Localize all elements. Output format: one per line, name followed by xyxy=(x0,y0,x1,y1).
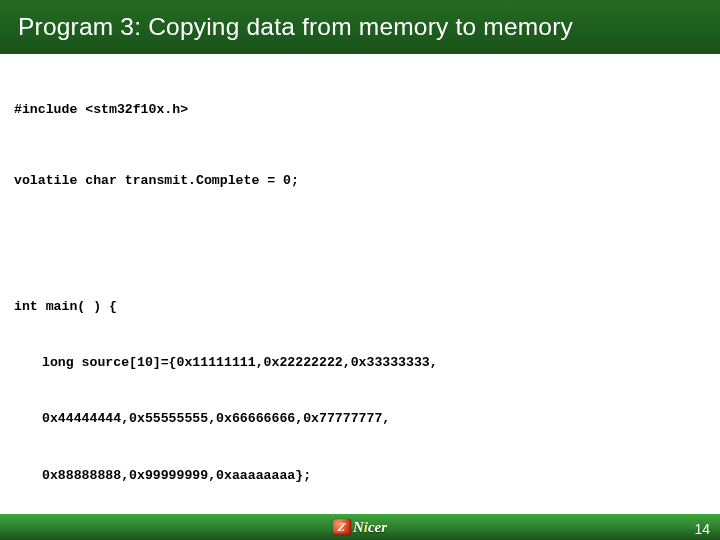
source-init-3: 0x88888888,0x99999999,0xaaaaaaaa}; xyxy=(14,467,706,486)
page-number: 14 xyxy=(694,521,710,537)
logo: Z Nicer xyxy=(333,519,387,536)
main-decl-block: int main( ) { long source[10]={0x1111111… xyxy=(14,261,706,540)
source-init-1: long source[10]={0x11111111,0x22222222,0… xyxy=(14,354,706,373)
source-init-2: 0x44444444,0x55555555,0x66666666,0x77777… xyxy=(14,410,706,429)
logo-n: N xyxy=(353,519,364,535)
logo-z: Z xyxy=(337,520,346,535)
logo-badge-icon: Z xyxy=(333,519,351,535)
slide: Program 3: Copying data from memory to m… xyxy=(0,0,720,540)
logo-text: Nicer xyxy=(353,519,387,536)
footer-bar: Z Nicer 14 xyxy=(0,514,720,540)
main-signature: int main( ) { xyxy=(14,298,706,317)
title-bar: Program 3: Copying data from memory to m… xyxy=(0,0,720,54)
volatile-line: volatile char transmit.Complete = 0; xyxy=(14,172,706,191)
code-block: #include <stm32f10x.h> volatile char tra… xyxy=(0,54,720,540)
slide-title: Program 3: Copying data from memory to m… xyxy=(18,13,573,41)
logo-cer: cer xyxy=(368,519,387,535)
include-line: #include <stm32f10x.h> xyxy=(14,101,706,120)
